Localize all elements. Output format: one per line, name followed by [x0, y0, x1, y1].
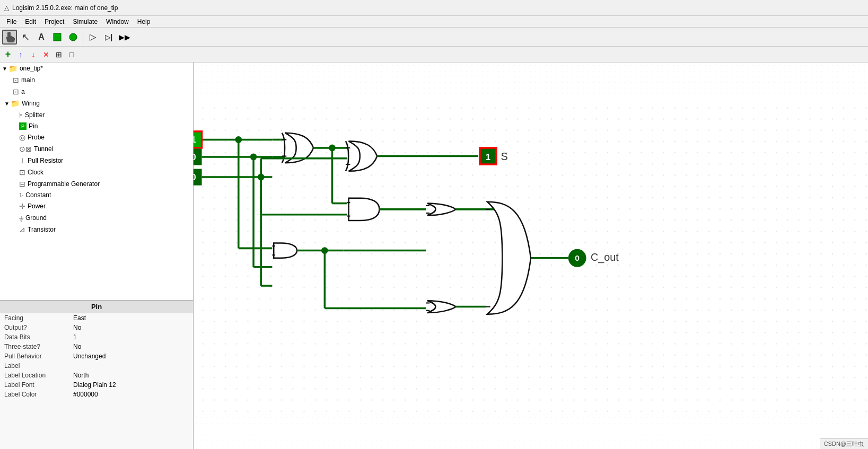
tree-item-power[interactable]: ✛ Power: [0, 200, 193, 212]
tree-item-pull-resistor[interactable]: ⊥ Pull Resistor: [0, 155, 193, 166]
tree-label-wiring: Wiring: [22, 100, 40, 107]
status-bar: CSDN@三叶虫: [820, 438, 868, 449]
tree-label-one_tip: one_tip*: [20, 65, 43, 72]
prop-label-labelfont: Label Font: [0, 380, 69, 390]
tree-label-power: Power: [28, 203, 46, 210]
tree-item-constant[interactable]: 1· Constant: [0, 190, 193, 200]
properties-panel: Pin Facing East Output? No Data Bits 1 T…: [0, 301, 193, 449]
toolbar-separator-1: [83, 31, 83, 43]
move-up-btn[interactable]: ↑: [15, 49, 27, 60]
prop-value-labelfont: Dialog Plain 12: [69, 380, 193, 390]
prop-row-labelcolor: Label Color #000000: [0, 390, 193, 399]
generator-icon: ⊟: [19, 180, 25, 188]
simulate-step-btn[interactable]: ▷|: [101, 30, 116, 45]
toggle-btn[interactable]: [66, 30, 81, 45]
tree-label-probe: Probe: [28, 134, 45, 141]
svg-text:C_out: C_out: [591, 251, 619, 263]
menu-project[interactable]: Project: [40, 17, 68, 27]
tree-item-wiring[interactable]: ▼ 📁 Wiring: [0, 98, 193, 109]
svg-text:1: 1: [486, 152, 490, 162]
prop-label-label: Label: [0, 361, 69, 371]
tree-label-transistor: Transistor: [28, 226, 56, 233]
prop-label-output: Output?: [0, 323, 69, 332]
tree-label-splitter: Splitter: [25, 111, 45, 119]
tree-item-pin[interactable]: P Pin: [0, 121, 193, 131]
left-panel: ▼ 📁 one_tip* ⊡ main ⊡ a ▼ 📁 Wiring ⊧ Spl…: [0, 63, 194, 449]
tree-label-ground: Ground: [25, 214, 47, 222]
constant-icon: 1·: [19, 192, 23, 198]
circuit-icon-main: ⊡: [13, 76, 19, 84]
menu-window[interactable]: Window: [102, 17, 133, 27]
tree-item-transistor[interactable]: ⊿ Transistor: [0, 224, 193, 235]
add-component-btn[interactable]: [50, 30, 65, 45]
prop-row-threestate: Three-state? No: [0, 342, 193, 351]
splitter-icon: ⊧: [19, 111, 23, 119]
prop-row-pullbehavior: Pull Behavior Unchanged: [0, 351, 193, 361]
tree-item-one_tip[interactable]: ▼ 📁 one_tip*: [0, 63, 193, 74]
add-circuit-btn[interactable]: +: [2, 49, 14, 60]
prop-row-labellocation: Label Location North: [0, 371, 193, 380]
prop-row-facing: Facing East: [0, 313, 193, 323]
toggle-wiring[interactable]: ▼: [4, 101, 10, 107]
toolbar2: + ↑ ↓ ✕ ⊞ □: [0, 47, 868, 63]
tree-label-pin: Pin: [29, 122, 38, 130]
prop-value-labellocation: North: [69, 371, 193, 380]
tree-item-a[interactable]: ⊡ a: [0, 86, 193, 98]
tree-item-clock[interactable]: ⊡ Clock: [0, 166, 193, 178]
simulate-play-btn[interactable]: ▷: [85, 30, 100, 45]
tunnel-icon: ⊙⊠: [19, 145, 32, 153]
toggle-one_tip[interactable]: ▼: [2, 66, 7, 72]
prop-value-facing: East: [69, 313, 193, 323]
prop-row-databits: Data Bits 1: [0, 332, 193, 342]
hand-tool-btn[interactable]: [2, 30, 17, 45]
prop-value-threestate: No: [69, 342, 193, 351]
circuit-canvas-area[interactable]: 1 A 0 B 0 C_in: [194, 63, 868, 449]
prop-value-databits: 1: [69, 332, 193, 342]
component-tree[interactable]: ▼ 📁 one_tip* ⊡ main ⊡ a ▼ 📁 Wiring ⊧ Spl…: [0, 63, 193, 301]
props-table: Facing East Output? No Data Bits 1 Three…: [0, 313, 193, 399]
tree-label-prog-gen: Programmable Generator: [28, 180, 100, 188]
prop-label-threestate: Three-state?: [0, 342, 69, 351]
menu-simulate[interactable]: Simulate: [68, 17, 102, 27]
menu-help[interactable]: Help: [133, 17, 155, 27]
resistor-icon: ⊥: [19, 156, 25, 165]
svg-point-1: [69, 33, 77, 41]
tree-label-tunnel: Tunnel: [34, 145, 53, 153]
menu-file[interactable]: File: [2, 17, 21, 27]
title-bar: △ Logisim 2.15.0.2.exe: main of one_tip: [0, 0, 868, 16]
tree-label-main: main: [21, 76, 35, 84]
circuit-overlay: 1 S: [194, 63, 868, 449]
move-down-btn[interactable]: ↓: [28, 49, 39, 60]
toolbar: ↖ A ▷ ▷| ▶▶: [0, 28, 868, 47]
svg-text:0: 0: [194, 172, 196, 182]
arrow-tool-btn[interactable]: ↖: [18, 30, 33, 45]
menu-edit[interactable]: Edit: [21, 17, 40, 27]
prop-value-labelcolor: #000000: [69, 390, 193, 399]
svg-text:1: 1: [194, 135, 196, 145]
circuit-icon-a: ⊡: [13, 87, 19, 96]
folder-icon-wiring: 📁: [11, 99, 20, 108]
tree-label-a: a: [21, 88, 25, 95]
main-layout: ▼ 📁 one_tip* ⊡ main ⊡ a ▼ 📁 Wiring ⊧ Spl…: [0, 63, 868, 449]
text-tool-btn[interactable]: A: [34, 30, 49, 45]
ungroup-btn[interactable]: □: [66, 49, 77, 60]
prop-row-output: Output? No: [0, 323, 193, 332]
simulate-fast-btn[interactable]: ▶▶: [117, 30, 132, 45]
folder-icon: 📁: [8, 64, 17, 73]
tree-item-splitter[interactable]: ⊧ Splitter: [0, 109, 193, 121]
clock-icon: ⊡: [19, 168, 25, 177]
delete-circuit-btn[interactable]: ✕: [40, 49, 52, 60]
prop-label-labelcolor: Label Color: [0, 390, 69, 399]
tree-item-probe[interactable]: ◎ Probe: [0, 131, 193, 143]
tree-item-ground[interactable]: ⏚ Ground: [0, 212, 193, 224]
tree-item-main[interactable]: ⊡ main: [0, 74, 193, 86]
svg-text:S: S: [501, 151, 507, 162]
svg-text:0: 0: [194, 152, 196, 162]
prop-row-labelfont: Label Font Dialog Plain 12: [0, 380, 193, 390]
prop-value-output: No: [69, 323, 193, 332]
group-btn[interactable]: ⊞: [53, 49, 65, 60]
power-icon: ✛: [19, 202, 25, 210]
tree-item-tunnel[interactable]: ⊙⊠ Tunnel: [0, 143, 193, 155]
prop-label-databits: Data Bits: [0, 332, 69, 342]
tree-item-prog-gen[interactable]: ⊟ Programmable Generator: [0, 178, 193, 190]
